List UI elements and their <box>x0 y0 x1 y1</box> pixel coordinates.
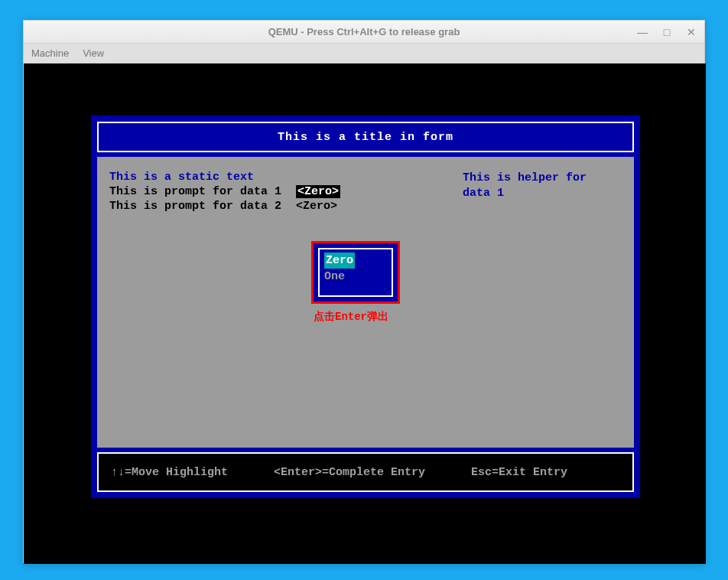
menu-view[interactable]: View <box>83 47 104 59</box>
close-button[interactable]: ✕ <box>684 26 698 38</box>
menubar: Machine View <box>24 44 704 64</box>
footer-enter-hint: <Enter>=Complete Entry <box>274 466 425 479</box>
minimize-button[interactable]: — <box>635 26 649 38</box>
footer-esc-hint: Esc=Exit Entry <box>471 466 567 479</box>
prompt-row-2[interactable]: This is prompt for data 2 <Zero> <box>109 200 622 213</box>
bios-body: This is a static text This is prompt for… <box>97 157 634 448</box>
prompt-value-2[interactable]: <Zero> <box>296 200 337 213</box>
popup-inner: Zero One <box>318 248 393 297</box>
popup-item-zero[interactable]: Zero <box>324 253 355 269</box>
prompt-label-1: This is prompt for data 1 <box>109 185 281 198</box>
popup-item-one[interactable]: One <box>324 269 387 285</box>
titlebar: QEMU - Press Ctrl+Alt+G to release grab … <box>24 21 704 44</box>
window-controls: — □ ✕ <box>635 21 698 44</box>
bios-title-box: This is a title in form <box>97 122 634 152</box>
window-title: QEMU - Press Ctrl+Alt+G to release grab <box>268 26 460 37</box>
console-viewport: This is a title in form This is a static… <box>24 64 706 564</box>
bios-form-frame: This is a title in form This is a static… <box>91 116 640 498</box>
prompt-label-2: This is prompt for data 2 <box>109 200 281 213</box>
helper-text: This is helper fordata 1 <box>463 171 587 200</box>
prompt-value-1[interactable]: <Zero> <box>296 185 340 198</box>
maximize-button[interactable]: □ <box>660 26 674 38</box>
bios-footer: ↑↓=Move Highlight <Enter>=Complete Entry… <box>97 452 634 492</box>
footer-move-hint: ↑↓=Move Highlight <box>111 466 228 479</box>
selection-popup[interactable]: Zero One <box>311 241 400 304</box>
qemu-window: QEMU - Press Ctrl+Alt+G to release grab … <box>23 20 705 563</box>
menu-machine[interactable]: Machine <box>31 47 69 59</box>
popup-caption: 点击Enter弹出 <box>314 310 388 324</box>
bios-title: This is a title in form <box>278 131 453 144</box>
